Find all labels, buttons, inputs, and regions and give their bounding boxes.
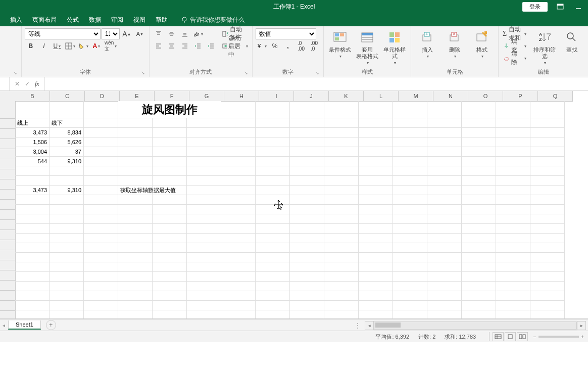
cell[interactable] [496,186,530,195]
column-header[interactable]: L [364,91,399,101]
cell[interactable] [50,253,84,262]
tab-insert[interactable]: 插入 [10,16,22,24]
font-size-select[interactable]: 11 [102,28,120,39]
cell[interactable] [496,157,530,166]
cell[interactable] [324,157,359,166]
cell[interactable] [359,282,393,291]
cell[interactable] [256,301,290,310]
column-header[interactable]: O [468,91,503,101]
cell[interactable] [153,186,187,195]
cell[interactable] [256,137,290,147]
cell[interactable] [393,224,427,234]
cell[interactable] [530,224,565,234]
cell[interactable] [530,234,565,243]
cell[interactable] [530,262,565,272]
cell[interactable] [256,291,290,301]
cell[interactable] [359,128,393,137]
cell[interactable] [496,272,530,282]
cell[interactable] [496,101,530,118]
cell[interactable] [187,157,221,166]
cell[interactable] [118,234,153,243]
cell[interactable] [84,205,118,214]
cell[interactable] [153,224,187,234]
cell[interactable] [221,205,256,214]
cell[interactable] [359,186,393,195]
cell[interactable] [530,157,565,166]
cell[interactable] [393,118,427,128]
cell[interactable] [530,301,565,310]
cell[interactable] [84,282,118,291]
cell[interactable] [324,101,359,118]
cell[interactable] [118,282,153,291]
cell[interactable]: 3,473 [15,186,50,195]
cell[interactable] [221,157,256,166]
cell[interactable] [118,195,153,205]
cell[interactable] [530,118,565,128]
cell[interactable] [84,157,118,166]
percent-button[interactable]: % [269,40,281,52]
column-header[interactable]: K [329,91,364,101]
cell-styles-button[interactable]: 单元格样式▾ [381,28,408,67]
cell[interactable] [187,262,221,272]
cell[interactable] [427,272,462,282]
cell[interactable] [530,137,565,147]
cell[interactable] [427,137,462,147]
cell[interactable] [221,310,256,319]
cell[interactable] [427,118,462,128]
cell[interactable] [324,291,359,301]
cell[interactable]: 5,626 [50,137,84,147]
cell[interactable] [84,224,118,234]
cell[interactable] [427,310,462,319]
cell[interactable] [221,262,256,272]
cell[interactable] [221,176,256,186]
row-header[interactable] [0,210,15,220]
cell[interactable] [15,310,50,319]
cell[interactable] [290,282,324,291]
cell[interactable] [530,291,565,301]
row-header[interactable] [0,230,15,240]
column-header[interactable]: G [189,91,224,101]
row-header[interactable] [0,119,15,129]
cell[interactable] [393,214,427,224]
zoom-slider[interactable] [538,336,579,338]
cell[interactable] [393,176,427,186]
cell[interactable] [50,224,84,234]
cell[interactable] [221,234,256,243]
cell[interactable] [290,234,324,243]
cell[interactable] [496,291,530,301]
cell[interactable] [324,243,359,253]
cell[interactable] [84,186,118,195]
cell[interactable] [187,310,221,319]
cell[interactable] [118,157,153,166]
row-header[interactable] [0,200,15,210]
cell[interactable]: 1,506 [15,137,50,147]
row-header[interactable] [0,129,15,139]
cell[interactable] [221,291,256,301]
cell[interactable] [530,272,565,282]
tab-view[interactable]: 视图 [133,16,145,24]
cell[interactable] [15,224,50,234]
cell[interactable] [256,234,290,243]
cell[interactable] [153,282,187,291]
cell[interactable] [118,128,153,137]
cell[interactable] [359,101,393,118]
cell[interactable] [462,234,496,243]
format-button[interactable]: 格式▾ [469,28,495,60]
cell[interactable] [256,176,290,186]
cell[interactable] [15,195,50,205]
cell[interactable] [496,195,530,205]
cell[interactable] [496,128,530,137]
cell[interactable] [393,291,427,301]
cell[interactable] [84,176,118,186]
cell[interactable] [393,205,427,214]
cell[interactable] [393,128,427,137]
cell[interactable] [290,101,324,118]
cell[interactable] [50,301,84,310]
cell[interactable] [324,214,359,224]
column-header[interactable]: D [85,91,120,101]
cell[interactable] [15,282,50,291]
cell[interactable] [15,243,50,253]
cell[interactable] [153,128,187,137]
cell[interactable] [462,214,496,224]
cell[interactable] [427,282,462,291]
